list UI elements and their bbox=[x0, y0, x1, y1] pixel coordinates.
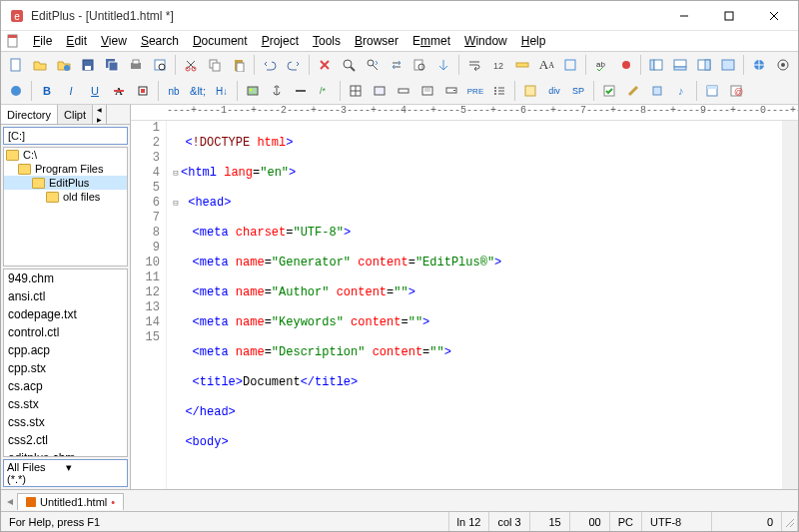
drive-selector[interactable]: [C:] bbox=[3, 127, 128, 145]
tree-item[interactable]: old files bbox=[4, 190, 127, 204]
delete-button[interactable] bbox=[314, 54, 336, 76]
hr-button[interactable] bbox=[290, 80, 312, 102]
menu-view[interactable]: View bbox=[95, 33, 133, 49]
menu-file[interactable]: File bbox=[27, 33, 58, 49]
font-color-button[interactable]: A bbox=[108, 80, 130, 102]
tool3-button[interactable]: ♪ bbox=[670, 80, 692, 102]
tab-directory[interactable]: Directory bbox=[1, 105, 58, 124]
find-in-files-button[interactable] bbox=[409, 54, 431, 76]
browser-button[interactable] bbox=[748, 54, 770, 76]
file-filter[interactable]: All Files (*.*)▾ bbox=[3, 459, 128, 487]
tool2-button[interactable] bbox=[646, 80, 668, 102]
menu-project[interactable]: Project bbox=[256, 33, 305, 49]
goto-button[interactable] bbox=[432, 54, 454, 76]
comment-button[interactable]: /* bbox=[314, 80, 336, 102]
file-item[interactable]: ansi.ctl bbox=[4, 287, 127, 305]
menu-tools[interactable]: Tools bbox=[307, 33, 347, 49]
highlight-button[interactable] bbox=[132, 80, 154, 102]
open-remote-button[interactable] bbox=[53, 54, 75, 76]
select-button[interactable] bbox=[440, 80, 462, 102]
menu-emmet[interactable]: Emmet bbox=[406, 33, 456, 49]
file-list[interactable]: 949.chm ansi.ctl codepage.txt control.ct… bbox=[3, 268, 128, 457]
close-button[interactable] bbox=[751, 2, 796, 30]
resize-grip-icon[interactable] bbox=[782, 512, 798, 531]
save-button[interactable] bbox=[77, 54, 99, 76]
undo-button[interactable] bbox=[259, 54, 281, 76]
document-tab[interactable]: Untitled1.html • bbox=[17, 493, 124, 510]
tree-item[interactable]: EditPlus bbox=[4, 176, 127, 190]
char-map-button[interactable]: @ bbox=[725, 80, 747, 102]
bold-button[interactable]: B bbox=[36, 80, 58, 102]
input-button[interactable] bbox=[393, 80, 414, 102]
file-item[interactable]: codepage.txt bbox=[4, 305, 127, 323]
file-item[interactable]: cs.stx bbox=[4, 395, 127, 413]
validate-button[interactable] bbox=[598, 80, 620, 102]
tab-menu-icon[interactable]: ◂ bbox=[3, 494, 17, 508]
tree-item[interactable]: C:\ bbox=[4, 148, 127, 162]
tab-cliptext[interactable]: Clipt bbox=[58, 105, 93, 124]
output-panel-button[interactable] bbox=[669, 54, 691, 76]
menu-help[interactable]: Help bbox=[515, 33, 552, 49]
preview-button[interactable] bbox=[149, 54, 171, 76]
redo-button[interactable] bbox=[283, 54, 305, 76]
cut-button[interactable] bbox=[180, 54, 202, 76]
textarea-button[interactable] bbox=[416, 80, 438, 102]
nbsp-button[interactable]: nb bbox=[163, 80, 185, 102]
image-button[interactable] bbox=[242, 80, 264, 102]
pre-button[interactable]: PRE bbox=[464, 80, 486, 102]
settings-button[interactable] bbox=[772, 54, 794, 76]
find-button[interactable] bbox=[338, 54, 360, 76]
list-button[interactable] bbox=[488, 80, 510, 102]
heading-button[interactable]: H↓ bbox=[211, 80, 233, 102]
form-button[interactable] bbox=[369, 80, 391, 102]
replace-button[interactable] bbox=[386, 54, 407, 76]
new-file-button[interactable] bbox=[5, 54, 27, 76]
file-item[interactable]: cs.acp bbox=[4, 377, 127, 395]
file-item[interactable]: css2.ctl bbox=[4, 431, 127, 449]
directory-panel-button[interactable] bbox=[645, 54, 667, 76]
menu-window[interactable]: Window bbox=[458, 33, 513, 49]
file-item[interactable]: editplus.chm bbox=[4, 449, 127, 457]
template-button[interactable] bbox=[701, 80, 723, 102]
italic-button[interactable]: I bbox=[60, 80, 82, 102]
wordwrap-button[interactable] bbox=[463, 54, 485, 76]
print-button[interactable] bbox=[125, 54, 147, 76]
code-area[interactable]: 123456789101112131415 <!DOCTYPE html> ⊟<… bbox=[131, 121, 798, 489]
file-item[interactable]: 949.chm bbox=[4, 269, 127, 287]
span-button[interactable]: SP bbox=[567, 80, 589, 102]
record-button[interactable] bbox=[614, 54, 636, 76]
browser-run-button[interactable] bbox=[5, 80, 27, 102]
div-button[interactable]: div bbox=[543, 80, 565, 102]
file-item[interactable]: cpp.acp bbox=[4, 341, 127, 359]
folder-tree[interactable]: C:\ Program Files EditPlus old files bbox=[3, 147, 128, 266]
ruler-button[interactable] bbox=[511, 54, 533, 76]
anchor-button[interactable] bbox=[266, 80, 288, 102]
spell-button[interactable]: ab bbox=[590, 54, 612, 76]
tab-scroll[interactable]: ◀▶ bbox=[93, 105, 107, 124]
file-item[interactable]: control.ctl bbox=[4, 323, 127, 341]
vertical-scrollbar[interactable] bbox=[782, 121, 798, 489]
entity-button[interactable]: &lt; bbox=[187, 80, 209, 102]
paste-button[interactable] bbox=[228, 54, 250, 76]
copy-button[interactable] bbox=[204, 54, 226, 76]
table-button[interactable] bbox=[345, 80, 367, 102]
menu-browser[interactable]: Browser bbox=[349, 33, 404, 49]
fullscreen-button[interactable] bbox=[559, 54, 581, 76]
save-all-button[interactable] bbox=[101, 54, 123, 76]
script-button[interactable] bbox=[519, 80, 541, 102]
doc-selector-button[interactable] bbox=[717, 54, 739, 76]
font-size-button[interactable]: AA bbox=[535, 54, 557, 76]
menu-search[interactable]: Search bbox=[135, 33, 185, 49]
cliptext-panel-button[interactable] bbox=[693, 54, 715, 76]
maximize-button[interactable] bbox=[706, 2, 751, 30]
find-next-button[interactable] bbox=[362, 54, 384, 76]
underline-button[interactable]: U bbox=[84, 80, 106, 102]
open-file-button[interactable] bbox=[29, 54, 51, 76]
file-item[interactable]: cpp.stx bbox=[4, 359, 127, 377]
tree-item[interactable]: Program Files bbox=[4, 162, 127, 176]
minimize-button[interactable] bbox=[661, 2, 706, 30]
code-content[interactable]: <!DOCTYPE html> ⊟<html lang="en"> ⊟ <hea… bbox=[167, 121, 782, 489]
line-numbers-button[interactable]: 12 bbox=[487, 54, 509, 76]
file-item[interactable]: css.stx bbox=[4, 413, 127, 431]
menu-document[interactable]: Document bbox=[187, 33, 254, 49]
